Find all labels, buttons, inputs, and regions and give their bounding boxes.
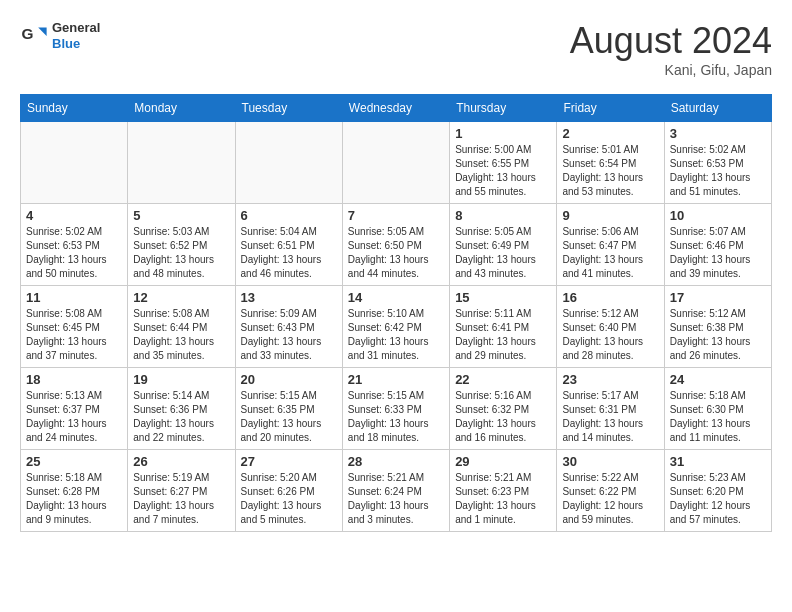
day-number: 16 [562, 290, 658, 305]
calendar-cell: 2Sunrise: 5:01 AM Sunset: 6:54 PM Daylig… [557, 122, 664, 204]
cell-info: Sunrise: 5:05 AM Sunset: 6:49 PM Dayligh… [455, 225, 551, 281]
cell-info: Sunrise: 5:08 AM Sunset: 6:44 PM Dayligh… [133, 307, 229, 363]
day-number: 7 [348, 208, 444, 223]
calendar-cell: 25Sunrise: 5:18 AM Sunset: 6:28 PM Dayli… [21, 450, 128, 532]
day-number: 25 [26, 454, 122, 469]
day-number: 28 [348, 454, 444, 469]
weekday-header-tuesday: Tuesday [235, 95, 342, 122]
cell-info: Sunrise: 5:03 AM Sunset: 6:52 PM Dayligh… [133, 225, 229, 281]
cell-info: Sunrise: 5:16 AM Sunset: 6:32 PM Dayligh… [455, 389, 551, 445]
calendar-cell [342, 122, 449, 204]
cell-info: Sunrise: 5:15 AM Sunset: 6:33 PM Dayligh… [348, 389, 444, 445]
cell-info: Sunrise: 5:22 AM Sunset: 6:22 PM Dayligh… [562, 471, 658, 527]
cell-info: Sunrise: 5:19 AM Sunset: 6:27 PM Dayligh… [133, 471, 229, 527]
calendar-subtitle: Kani, Gifu, Japan [570, 62, 772, 78]
weekday-header-sunday: Sunday [21, 95, 128, 122]
calendar-table: SundayMondayTuesdayWednesdayThursdayFrid… [20, 94, 772, 532]
cell-info: Sunrise: 5:21 AM Sunset: 6:24 PM Dayligh… [348, 471, 444, 527]
day-number: 31 [670, 454, 766, 469]
calendar-cell: 8Sunrise: 5:05 AM Sunset: 6:49 PM Daylig… [450, 204, 557, 286]
calendar-week-2: 4Sunrise: 5:02 AM Sunset: 6:53 PM Daylig… [21, 204, 772, 286]
day-number: 24 [670, 372, 766, 387]
calendar-cell: 26Sunrise: 5:19 AM Sunset: 6:27 PM Dayli… [128, 450, 235, 532]
calendar-cell: 28Sunrise: 5:21 AM Sunset: 6:24 PM Dayli… [342, 450, 449, 532]
day-number: 30 [562, 454, 658, 469]
calendar-cell: 5Sunrise: 5:03 AM Sunset: 6:52 PM Daylig… [128, 204, 235, 286]
cell-info: Sunrise: 5:18 AM Sunset: 6:28 PM Dayligh… [26, 471, 122, 527]
calendar-cell: 13Sunrise: 5:09 AM Sunset: 6:43 PM Dayli… [235, 286, 342, 368]
calendar-cell: 9Sunrise: 5:06 AM Sunset: 6:47 PM Daylig… [557, 204, 664, 286]
day-number: 11 [26, 290, 122, 305]
calendar-cell: 27Sunrise: 5:20 AM Sunset: 6:26 PM Dayli… [235, 450, 342, 532]
logo-text: General Blue [52, 20, 100, 51]
day-number: 27 [241, 454, 337, 469]
calendar-cell: 7Sunrise: 5:05 AM Sunset: 6:50 PM Daylig… [342, 204, 449, 286]
calendar-cell: 11Sunrise: 5:08 AM Sunset: 6:45 PM Dayli… [21, 286, 128, 368]
day-number: 14 [348, 290, 444, 305]
day-number: 23 [562, 372, 658, 387]
calendar-header: SundayMondayTuesdayWednesdayThursdayFrid… [21, 95, 772, 122]
day-number: 2 [562, 126, 658, 141]
day-number: 22 [455, 372, 551, 387]
calendar-cell: 14Sunrise: 5:10 AM Sunset: 6:42 PM Dayli… [342, 286, 449, 368]
cell-info: Sunrise: 5:23 AM Sunset: 6:20 PM Dayligh… [670, 471, 766, 527]
day-number: 12 [133, 290, 229, 305]
cell-info: Sunrise: 5:04 AM Sunset: 6:51 PM Dayligh… [241, 225, 337, 281]
calendar-cell: 12Sunrise: 5:08 AM Sunset: 6:44 PM Dayli… [128, 286, 235, 368]
calendar-week-4: 18Sunrise: 5:13 AM Sunset: 6:37 PM Dayli… [21, 368, 772, 450]
logo-blue-text: Blue [52, 36, 100, 52]
calendar-title: August 2024 [570, 20, 772, 62]
calendar-cell: 1Sunrise: 5:00 AM Sunset: 6:55 PM Daylig… [450, 122, 557, 204]
cell-info: Sunrise: 5:00 AM Sunset: 6:55 PM Dayligh… [455, 143, 551, 199]
weekday-header-wednesday: Wednesday [342, 95, 449, 122]
cell-info: Sunrise: 5:08 AM Sunset: 6:45 PM Dayligh… [26, 307, 122, 363]
day-number: 1 [455, 126, 551, 141]
calendar-body: 1Sunrise: 5:00 AM Sunset: 6:55 PM Daylig… [21, 122, 772, 532]
cell-info: Sunrise: 5:18 AM Sunset: 6:30 PM Dayligh… [670, 389, 766, 445]
cell-info: Sunrise: 5:12 AM Sunset: 6:40 PM Dayligh… [562, 307, 658, 363]
calendar-cell: 6Sunrise: 5:04 AM Sunset: 6:51 PM Daylig… [235, 204, 342, 286]
cell-info: Sunrise: 5:12 AM Sunset: 6:38 PM Dayligh… [670, 307, 766, 363]
weekday-header-friday: Friday [557, 95, 664, 122]
calendar-cell: 22Sunrise: 5:16 AM Sunset: 6:32 PM Dayli… [450, 368, 557, 450]
day-number: 19 [133, 372, 229, 387]
calendar-cell: 3Sunrise: 5:02 AM Sunset: 6:53 PM Daylig… [664, 122, 771, 204]
cell-info: Sunrise: 5:10 AM Sunset: 6:42 PM Dayligh… [348, 307, 444, 363]
calendar-cell: 10Sunrise: 5:07 AM Sunset: 6:46 PM Dayli… [664, 204, 771, 286]
calendar-cell: 23Sunrise: 5:17 AM Sunset: 6:31 PM Dayli… [557, 368, 664, 450]
calendar-cell: 19Sunrise: 5:14 AM Sunset: 6:36 PM Dayli… [128, 368, 235, 450]
calendar-cell: 16Sunrise: 5:12 AM Sunset: 6:40 PM Dayli… [557, 286, 664, 368]
cell-info: Sunrise: 5:07 AM Sunset: 6:46 PM Dayligh… [670, 225, 766, 281]
calendar-week-5: 25Sunrise: 5:18 AM Sunset: 6:28 PM Dayli… [21, 450, 772, 532]
cell-info: Sunrise: 5:21 AM Sunset: 6:23 PM Dayligh… [455, 471, 551, 527]
day-number: 13 [241, 290, 337, 305]
cell-info: Sunrise: 5:02 AM Sunset: 6:53 PM Dayligh… [670, 143, 766, 199]
calendar-cell: 21Sunrise: 5:15 AM Sunset: 6:33 PM Dayli… [342, 368, 449, 450]
cell-info: Sunrise: 5:13 AM Sunset: 6:37 PM Dayligh… [26, 389, 122, 445]
logo-general-text: General [52, 20, 100, 36]
calendar-cell [128, 122, 235, 204]
day-number: 10 [670, 208, 766, 223]
day-number: 26 [133, 454, 229, 469]
weekday-row: SundayMondayTuesdayWednesdayThursdayFrid… [21, 95, 772, 122]
cell-info: Sunrise: 5:05 AM Sunset: 6:50 PM Dayligh… [348, 225, 444, 281]
day-number: 15 [455, 290, 551, 305]
calendar-cell: 30Sunrise: 5:22 AM Sunset: 6:22 PM Dayli… [557, 450, 664, 532]
cell-info: Sunrise: 5:09 AM Sunset: 6:43 PM Dayligh… [241, 307, 337, 363]
day-number: 21 [348, 372, 444, 387]
cell-info: Sunrise: 5:02 AM Sunset: 6:53 PM Dayligh… [26, 225, 122, 281]
logo-icon: G [20, 22, 48, 50]
cell-info: Sunrise: 5:20 AM Sunset: 6:26 PM Dayligh… [241, 471, 337, 527]
day-number: 20 [241, 372, 337, 387]
weekday-header-monday: Monday [128, 95, 235, 122]
calendar-week-3: 11Sunrise: 5:08 AM Sunset: 6:45 PM Dayli… [21, 286, 772, 368]
day-number: 9 [562, 208, 658, 223]
svg-marker-1 [38, 27, 46, 35]
calendar-cell [235, 122, 342, 204]
calendar-cell: 4Sunrise: 5:02 AM Sunset: 6:53 PM Daylig… [21, 204, 128, 286]
day-number: 17 [670, 290, 766, 305]
calendar-cell: 31Sunrise: 5:23 AM Sunset: 6:20 PM Dayli… [664, 450, 771, 532]
calendar-cell [21, 122, 128, 204]
calendar-week-1: 1Sunrise: 5:00 AM Sunset: 6:55 PM Daylig… [21, 122, 772, 204]
cell-info: Sunrise: 5:14 AM Sunset: 6:36 PM Dayligh… [133, 389, 229, 445]
